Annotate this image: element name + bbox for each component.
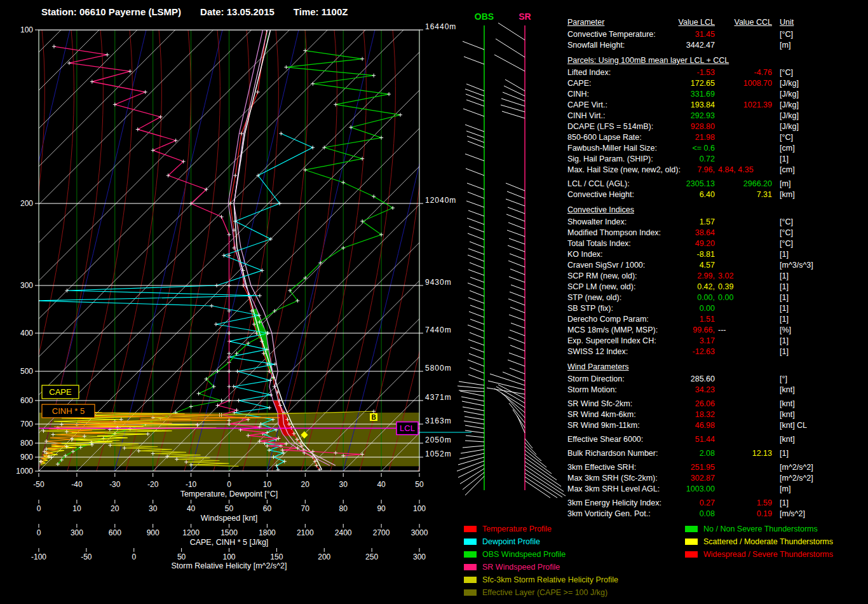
wind-barb [469, 353, 484, 359]
wind-barb [470, 319, 484, 324]
legend-label: Effective Layer (CAPE >= 100 J/kg) [482, 588, 607, 597]
parameter-row: KO Index:-8.81[1] [567, 249, 868, 260]
wind-barb [507, 230, 525, 237]
severity-legend-item: No / Non Severe Thunderstorms [685, 523, 833, 535]
wind-barb [461, 450, 484, 453]
wind-barb [508, 337, 525, 343]
unit-label: [1] [780, 336, 789, 347]
wind-barb [466, 84, 484, 91]
wind-tick-label: 50 [225, 504, 234, 513]
wind-barb [503, 372, 525, 381]
severity-legend-item: Widespread / Severe Thunderstorms [685, 548, 833, 561]
severity-legend: No / Non Severe ThunderstormsScattered /… [685, 523, 833, 561]
wind-barb [525, 469, 566, 496]
wind-tick-label: 0 [37, 504, 41, 513]
pressure-tick-label: 700 [20, 420, 33, 429]
parameter-row: Convective Temperature:31.45[°C] [567, 29, 868, 40]
wind-barb [510, 269, 525, 275]
wind-barb [494, 55, 525, 71]
wind-barb [470, 305, 484, 310]
srh-tick-label: 150 [270, 553, 283, 561]
wind-barb [466, 201, 484, 207]
unit-label: [°] [780, 374, 787, 385]
value-extra: 4.84, 4.35 [718, 165, 754, 175]
wind-barb [510, 368, 525, 374]
pressure-tick-label: 100 [20, 25, 33, 34]
parameter-row: SR Wind Sfc-2km:26.06[knt] [567, 399, 868, 409]
unit-label: [cm] [780, 143, 795, 154]
wind-barb [470, 347, 484, 352]
wind-barb [510, 292, 525, 298]
unit-label: [°C] [780, 238, 793, 249]
value-extra: 0.39 [718, 282, 733, 292]
wind-barb [506, 214, 525, 221]
altitude-tick-label: 7440m [425, 326, 452, 334]
pressure-tick-label: 1000 [16, 467, 33, 476]
wind-barb [510, 254, 525, 259]
wind-barb [467, 218, 484, 224]
srh-axis-title: Storm Relative Helicity [m^2/s^2] [172, 561, 287, 570]
parameter-row: 3km Energy Helicity Index:0.271.59[1] [567, 498, 868, 509]
pressure-tick-label: 500 [20, 367, 33, 376]
legend-swatch [685, 539, 698, 545]
value-lcl: 1003.00 [567, 484, 715, 495]
legend-swatch [464, 551, 477, 558]
wind-barb [498, 23, 525, 40]
value-lcl: -8.81 [567, 249, 715, 260]
temp-tick-label: -10 [186, 480, 197, 489]
altitude-tick-label: 3163m [425, 416, 452, 425]
unit-label: [m^2/s^2] [780, 473, 813, 484]
value-lcl: 49.20 [567, 238, 715, 249]
wind-barb [525, 462, 561, 486]
value-lcl: 2.99, [567, 271, 715, 282]
parameter-row: Effective Shear 6000:51.44[knt] [567, 434, 868, 445]
wind-barb [463, 446, 484, 448]
wind-barb [506, 183, 525, 191]
col-value-ccl: Value CCL [715, 17, 772, 28]
wind-tick-label: 90 [377, 504, 386, 513]
wind-barb [508, 245, 525, 252]
wind-barb [468, 255, 484, 261]
pressure-tick-label: 400 [20, 329, 33, 338]
altitude-tick-label: 5800m [425, 364, 452, 373]
srh-tick-label: 100 [222, 553, 235, 561]
wind-barb [496, 39, 525, 57]
altitude-tick-label: 9430m [425, 278, 452, 287]
wind-barb [462, 401, 484, 406]
temp-tick-label: 20 [301, 480, 310, 489]
value-ccl: 1.59 [715, 498, 772, 509]
wind-tick-label: 40 [187, 504, 196, 513]
parameter-table: Parameter Value LCL Value CCL Unit Conve… [567, 17, 868, 519]
value-lcl: 0.00 [567, 303, 715, 314]
unit-label: [J/kg] [780, 89, 799, 100]
unit-label: [J/kg] [780, 111, 799, 121]
unit-label: [m^3/s^3] [780, 260, 813, 271]
parameter-row: Total Totals Index:49.20[°C] [567, 238, 868, 249]
value-lcl: 251.95 [567, 462, 715, 473]
wind-barb [468, 233, 484, 240]
wind-barb [501, 105, 525, 112]
cape-tick-label: 3000 [411, 528, 428, 537]
legend-label: Widespread / Severe Thunderstorms [703, 550, 833, 559]
parameter-table-body: Convective Temperature:31.45[°C]Snowfall… [567, 29, 868, 519]
profile-legend-item: Dewpoint Profile [464, 535, 618, 548]
wind-barb [508, 360, 525, 366]
wind-barb [459, 381, 484, 385]
wind-barb [488, 381, 525, 390]
parameter-row: Derecho Comp Param:1.51[1] [567, 314, 868, 325]
unit-label: [m^2/s^2] [780, 462, 813, 473]
legend-swatch [685, 526, 698, 532]
altitude-tick-label: 2050m [425, 436, 452, 444]
value-extra: 0.00 [718, 292, 733, 303]
wind-barb [463, 41, 484, 50]
wind-barb [467, 136, 484, 142]
value-lcl: 0.08 [567, 509, 715, 519]
unit-label: [1] [780, 303, 789, 314]
wind-barb [509, 315, 525, 320]
temp-tick-label: -20 [147, 480, 159, 489]
unit-label: [°C] [780, 29, 793, 40]
altitude-tick-label: 16440m [425, 22, 456, 31]
wind-axis-title: Windspeed [knt] [201, 514, 258, 523]
value-lcl: 285.60 [567, 374, 715, 385]
parameter-row: Max 3km SRH (Sfc-2km):302.87[m^2/s^2] [567, 473, 868, 484]
